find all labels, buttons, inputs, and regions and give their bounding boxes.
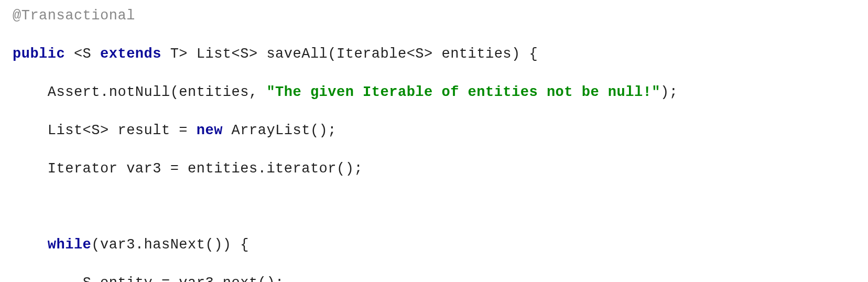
- generic-s: <S: [74, 46, 100, 62]
- keyword-public: public: [13, 46, 65, 62]
- while-cond: (var3.hasNext()) {: [91, 237, 249, 253]
- code-line-entity-assign: S entity = var3.next();: [13, 274, 868, 282]
- annotation-transactional: @Transactional: [13, 8, 135, 24]
- arraylist-call: ArrayList();: [223, 123, 337, 138]
- code-line-while: while(var3.hasNext()) {: [13, 235, 868, 254]
- keyword-while: while: [48, 237, 92, 253]
- code-line-list-decl: List<S> result = new ArrayList();: [13, 121, 868, 140]
- param-type: (Iterable<S>: [328, 46, 441, 62]
- iterator-decl: Iterator var3 = entities.iterator();: [48, 161, 363, 177]
- code-line-blank-1: [13, 197, 868, 216]
- assert-call: Assert.notNull(entities,: [48, 84, 267, 100]
- method-name: saveAll: [266, 46, 328, 62]
- param-name: entities) {: [441, 46, 538, 62]
- code-block: @Transactional public <S extends T> List…: [13, 6, 868, 282]
- assert-end: );: [660, 84, 678, 100]
- list-decl-left: List<S> result =: [48, 123, 197, 138]
- generic-t: T>: [170, 46, 197, 62]
- keyword-new: new: [197, 123, 223, 138]
- code-line-annotation: @Transactional: [13, 6, 868, 25]
- keyword-extends: extends: [100, 46, 161, 62]
- code-line-assert: Assert.notNull(entities, "The given Iter…: [13, 83, 868, 102]
- string-literal: "The given Iterable of entities not be n…: [266, 84, 660, 100]
- return-type: List<S>: [197, 46, 267, 62]
- code-line-iter-decl: Iterator var3 = entities.iterator();: [13, 159, 868, 178]
- entity-assign: S entity = var3.next();: [83, 275, 284, 282]
- code-line-signature: public <S extends T> List<S> saveAll(Ite…: [13, 45, 868, 63]
